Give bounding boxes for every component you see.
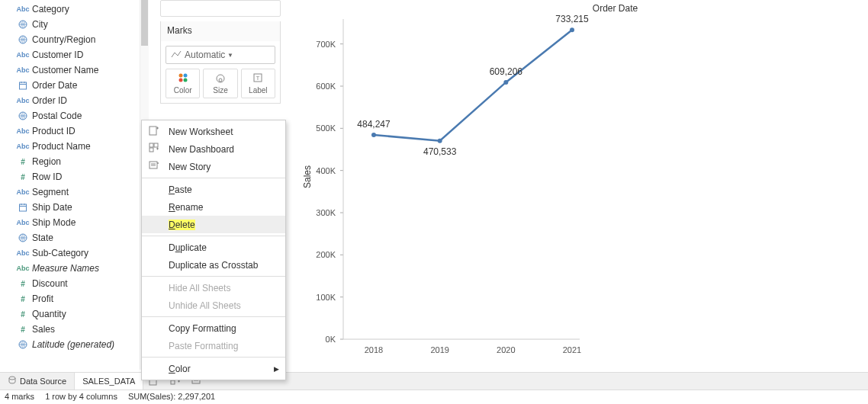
tab-sheet-active[interactable]: SALES_DATA — [75, 373, 143, 390]
svg-text:100K: 100K — [316, 293, 336, 302]
svg-rect-18 — [149, 148, 153, 152]
shelf-blank[interactable] — [160, 0, 281, 17]
field-item[interactable]: Postal Code — [0, 108, 149, 123]
marks-panel: Marks Automatic ▼ Color Size T — [160, 0, 281, 104]
field-item[interactable]: State — [0, 230, 149, 245]
data-source-icon — [8, 376, 17, 386]
menu-rename[interactable]: Rename — [142, 198, 285, 216]
field-label: Country/Region — [32, 34, 95, 45]
tab-data-source[interactable]: Data Source — [0, 373, 75, 390]
field-item[interactable]: Order Date — [0, 78, 149, 93]
marks-label-button[interactable]: T Label — [241, 69, 275, 98]
svg-text:2019: 2019 — [430, 345, 448, 354]
marks-size-button[interactable]: Size — [203, 69, 237, 98]
menu-color[interactable]: Color ▶ — [142, 360, 285, 377]
field-label: Customer Name — [32, 65, 98, 75]
field-label: Profit — [32, 293, 53, 304]
field-item[interactable]: AbcCategory — [0, 2, 149, 17]
marks-type-dropdown[interactable]: Automatic ▼ — [166, 46, 275, 64]
field-label: Product ID — [32, 126, 76, 136]
sheet-context-menu: New Worksheet New Dashboard New Story Pa… — [141, 120, 286, 380]
field-item[interactable]: AbcShip Mode — [0, 215, 149, 230]
scroll-thumb[interactable] — [141, 0, 148, 46]
chevron-down-icon: ▼ — [227, 52, 270, 59]
marks-type-label: Automatic — [185, 50, 227, 60]
field-label: Ship Date — [32, 202, 72, 213]
svg-rect-54 — [171, 380, 175, 384]
svg-point-44 — [503, 80, 508, 85]
svg-point-12 — [219, 79, 222, 82]
field-label: State — [32, 232, 53, 243]
svg-rect-4 — [20, 204, 27, 211]
menu-paste-formatting: Paste Formatting — [142, 337, 285, 354]
menu-hide-all-sheets: Hide All Sheets — [142, 279, 285, 297]
field-item[interactable]: AbcCustomer ID — [0, 47, 149, 63]
field-item[interactable]: #Profit — [0, 291, 149, 306]
svg-point-8 — [183, 74, 187, 78]
field-label: Segment — [32, 187, 69, 197]
field-item[interactable]: AbcMeasure Names — [0, 261, 149, 276]
field-label: Sales — [32, 324, 55, 335]
field-item[interactable]: #Quantity — [0, 306, 149, 322]
field-item[interactable]: City — [0, 17, 149, 32]
field-label: Sub-Category — [32, 248, 88, 258]
svg-point-9 — [178, 79, 182, 82]
label-icon: T — [243, 72, 273, 85]
menu-delete[interactable]: Delete — [142, 216, 285, 233]
menu-new-worksheet[interactable]: New Worksheet — [142, 123, 285, 140]
status-marks: 4 marks — [5, 392, 34, 402]
status-rows: 1 row by 4 columns — [45, 392, 117, 402]
field-item[interactable]: AbcOrder ID — [0, 93, 149, 108]
status-bar: 4 marks 1 row by 4 columns SUM(Sales): 2… — [0, 390, 868, 404]
field-item[interactable]: #Row ID — [0, 169, 149, 184]
svg-rect-2 — [20, 82, 27, 89]
menu-paste[interactable]: Paste — [142, 181, 285, 198]
marks-title: Marks — [160, 21, 281, 41]
marks-color-button[interactable]: Color — [166, 69, 200, 98]
svg-rect-17 — [154, 143, 158, 147]
chart-title: Order Date — [362, 0, 868, 14]
field-item[interactable]: AbcSub-Category — [0, 245, 149, 261]
field-item[interactable]: #Sales — [0, 322, 149, 337]
field-item[interactable]: AbcCustomer Name — [0, 63, 149, 78]
menu-duplicate-crosstab[interactable]: Duplicate as Crosstab — [142, 256, 285, 274]
svg-text:470,533: 470,533 — [423, 146, 457, 157]
data-pane: AbcCategoryCityCountry/RegionAbcCustomer… — [0, 0, 149, 370]
field-list: AbcCategoryCityCountry/RegionAbcCustomer… — [0, 0, 149, 354]
svg-text:200K: 200K — [316, 250, 336, 259]
svg-text:2021: 2021 — [563, 345, 581, 354]
svg-text:0K: 0K — [326, 335, 336, 344]
field-item[interactable]: #Discount — [0, 276, 149, 291]
field-label: Discount — [32, 278, 68, 289]
field-item[interactable]: Ship Date — [0, 200, 149, 215]
svg-rect-16 — [149, 143, 153, 147]
menu-unhide-all-sheets: Unhide All Sheets — [142, 297, 285, 314]
svg-text:609,206: 609,206 — [490, 66, 523, 77]
field-label: Row ID — [32, 172, 62, 182]
submenu-arrow-icon: ▶ — [274, 365, 279, 373]
svg-rect-15 — [149, 127, 156, 135]
field-item[interactable]: Latitude (generated) — [0, 337, 149, 352]
field-label: Region — [32, 156, 61, 167]
field-item[interactable]: AbcProduct ID — [0, 123, 149, 139]
menu-new-dashboard[interactable]: New Dashboard — [142, 140, 285, 158]
field-label: Order Date — [32, 80, 77, 91]
field-label: Quantity — [32, 309, 66, 319]
field-item[interactable]: #Region — [0, 154, 149, 169]
menu-duplicate[interactable]: Duplicate — [142, 239, 285, 256]
field-label: Order ID — [32, 95, 67, 106]
svg-point-47 — [570, 27, 574, 32]
menu-copy-formatting[interactable]: Copy Formatting — [142, 319, 285, 337]
color-icon — [168, 72, 198, 85]
svg-text:T: T — [256, 75, 260, 82]
field-item[interactable]: AbcProduct Name — [0, 139, 149, 154]
field-item[interactable]: AbcSegment — [0, 184, 149, 200]
menu-new-story[interactable]: New Story — [142, 158, 285, 175]
new-story-icon — [148, 160, 160, 173]
new-dashboard-icon — [148, 143, 160, 156]
svg-point-41 — [438, 139, 442, 143]
field-item[interactable]: Country/Region — [0, 32, 149, 47]
svg-point-7 — [178, 74, 182, 78]
size-icon — [205, 72, 235, 85]
svg-point-10 — [183, 79, 187, 82]
